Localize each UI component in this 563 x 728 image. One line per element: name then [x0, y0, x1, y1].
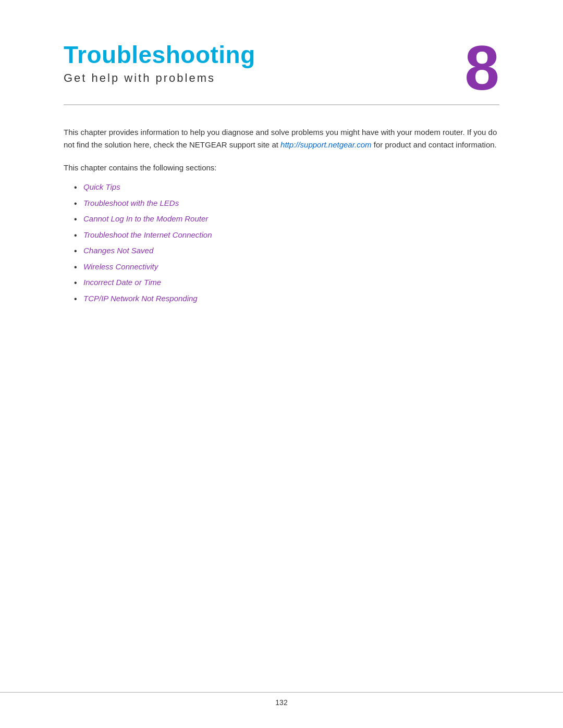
list-item: Troubleshoot with the LEDs — [74, 198, 499, 209]
page-container: Troubleshooting Get help with problems 8… — [0, 0, 563, 728]
toc-list: Quick Tips Troubleshoot with the LEDs Ca… — [64, 181, 499, 304]
list-item: Quick Tips — [74, 181, 499, 193]
intro-text-part2: for product and contact information. — [372, 140, 497, 149]
toc-link-wireless[interactable]: Wireless Connectivity — [83, 262, 158, 271]
list-item: Cannot Log In to the Modem Router — [74, 213, 499, 225]
page-footer: 132 — [0, 692, 563, 707]
chapter-title: Troubleshooting — [64, 42, 464, 68]
toc-link-login[interactable]: Cannot Log In to the Modem Router — [83, 214, 208, 223]
toc-link-tcpip[interactable]: TCP/IP Network Not Responding — [83, 294, 198, 303]
page-number: 132 — [275, 698, 287, 707]
toc-link-internet[interactable]: Troubleshoot the Internet Connection — [83, 230, 212, 239]
list-item: TCP/IP Network Not Responding — [74, 293, 499, 305]
list-item: Wireless Connectivity — [74, 261, 499, 273]
intro-paragraph: This chapter provides information to hel… — [64, 126, 499, 151]
chapter-number: 8 — [464, 36, 499, 99]
chapter-title-block: Troubleshooting Get help with problems — [64, 42, 464, 85]
list-item: Changes Not Saved — [74, 245, 499, 257]
toc-link-quick-tips[interactable]: Quick Tips — [83, 182, 120, 191]
toc-link-leds[interactable]: Troubleshoot with the LEDs — [83, 199, 179, 207]
chapter-subtitle: Get help with problems — [64, 71, 464, 85]
list-item: Incorrect Date or Time — [74, 277, 499, 289]
toc-link-datetime[interactable]: Incorrect Date or Time — [83, 278, 161, 287]
support-link[interactable]: http://support.netgear.com — [280, 140, 372, 149]
toc-link-changes[interactable]: Changes Not Saved — [83, 246, 153, 255]
chapter-header: Troubleshooting Get help with problems 8 — [64, 42, 499, 105]
section-intro: This chapter contains the following sect… — [64, 162, 499, 174]
list-item: Troubleshoot the Internet Connection — [74, 229, 499, 241]
